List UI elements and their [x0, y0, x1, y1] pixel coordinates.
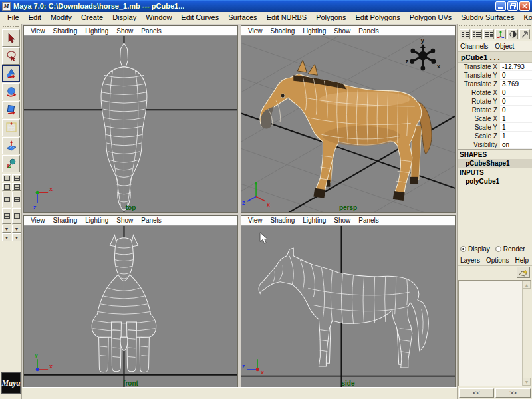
vp-menu-lighting[interactable]: Lighting: [81, 27, 112, 35]
channel-value-field[interactable]: 1: [500, 114, 532, 123]
shape-node-pcubeshape1[interactable]: pCubeShape1: [458, 159, 532, 168]
soft-modification-button[interactable]: [2, 137, 20, 154]
menu-file[interactable]: File: [3, 13, 24, 22]
layout-dropdown-right-2[interactable]: ▼: [12, 233, 21, 241]
vp-menu-lighting[interactable]: Lighting: [299, 27, 330, 35]
vp-menu-view[interactable]: View: [27, 27, 49, 35]
xyz-axis-icon-button[interactable]: [495, 29, 506, 39]
layer-list[interactable]: ▲ ▼: [458, 280, 531, 386]
rotate-tool-button[interactable]: [2, 83, 20, 100]
vp-menu-shading[interactable]: Shading: [267, 217, 299, 224]
horse-side-view-wireframe[interactable]: [259, 248, 428, 368]
channel-value-field[interactable]: 0: [500, 71, 532, 80]
viewport-persp[interactable]: View Shading Lighting Show Panels: [241, 25, 456, 213]
channel-value-field[interactable]: 1: [500, 132, 532, 140]
input-node-polycube1[interactable]: polyCube1: [458, 177, 532, 186]
scroll-panel-right-button[interactable]: >>: [495, 388, 531, 398]
viewport-top[interactable]: View Shading Lighting Show Panels: [23, 25, 238, 213]
channel-value-field[interactable]: 0: [500, 88, 532, 97]
minimize-button[interactable]: [495, 1, 506, 11]
vp-menu-view[interactable]: View: [244, 27, 267, 35]
channels-menu[interactable]: Channels: [460, 43, 488, 50]
vp-menu-show[interactable]: Show: [330, 217, 354, 224]
layout-single-pane-button[interactable]: [2, 174, 11, 182]
vp-menu-view[interactable]: View: [244, 217, 267, 224]
vp-menu-panels[interactable]: Panels: [354, 217, 383, 224]
vp-menu-shading[interactable]: Shading: [49, 217, 82, 224]
scroll-up-icon[interactable]: ▲: [523, 281, 531, 289]
select-arrow-button[interactable]: [519, 29, 530, 39]
menu-polygon-uvs[interactable]: Polygon UVs: [405, 13, 457, 22]
menu-edit[interactable]: Edit: [24, 13, 46, 22]
vp-menu-panels[interactable]: Panels: [137, 217, 166, 224]
channel-value-field[interactable]: 3.769: [500, 80, 532, 88]
show-channel-box-button[interactable]: [460, 29, 470, 39]
menu-koshigaya-studios[interactable]: Koshigaya Studios: [519, 13, 532, 22]
menu-display[interactable]: Display: [108, 13, 141, 22]
channel-value-field[interactable]: on: [500, 140, 532, 149]
vp-menu-lighting[interactable]: Lighting: [299, 217, 330, 224]
layer-help-menu[interactable]: Help: [515, 257, 529, 264]
scale-tool-button[interactable]: [2, 101, 20, 118]
layout-persp-graph-button[interactable]: [12, 192, 21, 207]
select-tool-button[interactable]: [2, 29, 20, 47]
menu-window[interactable]: Window: [141, 13, 176, 22]
view-compass[interactable]: y z x: [406, 37, 441, 70]
layers-menu[interactable]: Layers: [460, 257, 480, 264]
menu-modify[interactable]: Modify: [46, 13, 76, 22]
layout-dropdown-left-2[interactable]: ▼: [2, 233, 11, 241]
contrast-icon-button[interactable]: [507, 29, 518, 39]
show-channel-and-layer-button[interactable]: [483, 29, 494, 39]
channel-value-field[interactable]: -12.793: [500, 63, 532, 71]
layout-hypershade-persp-button[interactable]: [2, 208, 11, 224]
toolbox-grip[interactable]: [3, 26, 19, 27]
layout-persp-uv-button[interactable]: [12, 208, 21, 224]
vp-menu-show[interactable]: Show: [330, 27, 354, 35]
menu-edit-curves[interactable]: Edit Curves: [176, 13, 223, 22]
restore-button[interactable]: [507, 1, 518, 11]
viewport-persp-canvas[interactable]: y z x z x persp: [241, 36, 455, 212]
viewport-side-canvas[interactable]: z x side: [241, 226, 455, 388]
move-tool-button[interactable]: [2, 65, 20, 82]
layout-dropdown-left-1[interactable]: ▼: [2, 225, 11, 233]
vp-menu-panels[interactable]: Panels: [137, 27, 166, 35]
close-button[interactable]: [519, 1, 530, 11]
viewport-side[interactable]: View Shading Lighting Show Panels: [241, 215, 456, 388]
scroll-panel-left-button[interactable]: <<: [459, 388, 494, 398]
menu-create[interactable]: Create: [76, 13, 108, 22]
options-menu[interactable]: Options: [486, 257, 509, 264]
vp-menu-show[interactable]: Show: [112, 217, 137, 224]
scroll-down-icon[interactable]: ▼: [523, 378, 531, 386]
layout-two-pane-side-button[interactable]: [2, 183, 11, 191]
render-radio[interactable]: Render: [495, 245, 525, 253]
universal-manipulator-button[interactable]: [2, 119, 20, 136]
menu-subdiv-surfaces[interactable]: Subdiv Surfaces: [456, 13, 519, 22]
channel-value-field[interactable]: 0: [500, 97, 532, 106]
vp-menu-view[interactable]: View: [27, 217, 49, 224]
channel-value-field[interactable]: 1: [500, 123, 532, 132]
lasso-tool-button[interactable]: [2, 47, 20, 65]
channel-box-node-name[interactable]: pCube1 . . .: [458, 52, 532, 63]
object-menu[interactable]: Object: [495, 43, 514, 50]
menu-edit-nurbs[interactable]: Edit NURBS: [262, 13, 312, 22]
layer-list-scrollbar[interactable]: ▲ ▼: [522, 281, 531, 386]
menu-edit-polygons[interactable]: Edit Polygons: [350, 13, 404, 22]
layout-persp-outliner-button[interactable]: [2, 192, 11, 207]
menu-surfaces[interactable]: Surfaces: [223, 13, 261, 22]
menu-polygons[interactable]: Polygons: [311, 13, 350, 22]
show-layer-editor-button[interactable]: [471, 29, 482, 39]
display-radio[interactable]: Display: [460, 245, 490, 253]
viewport-front[interactable]: View Shading Lighting Show Panels: [23, 215, 238, 388]
right-panel-grip[interactable]: [459, 25, 531, 26]
horse-top-view-wireframe[interactable]: [101, 43, 147, 211]
vp-menu-shading[interactable]: Shading: [267, 27, 299, 35]
viewport-top-canvas[interactable]: x z top: [24, 36, 237, 212]
layout-four-pane-button[interactable]: [12, 174, 21, 182]
layout-dropdown-right-1[interactable]: ▼: [12, 225, 21, 233]
show-manipulator-button[interactable]: [2, 155, 20, 172]
vp-menu-panels[interactable]: Panels: [354, 27, 383, 35]
vp-menu-show[interactable]: Show: [112, 27, 137, 35]
channel-value-field[interactable]: 0: [500, 106, 532, 114]
layout-two-pane-stacked-button[interactable]: [12, 183, 21, 191]
vp-menu-shading[interactable]: Shading: [49, 27, 82, 35]
